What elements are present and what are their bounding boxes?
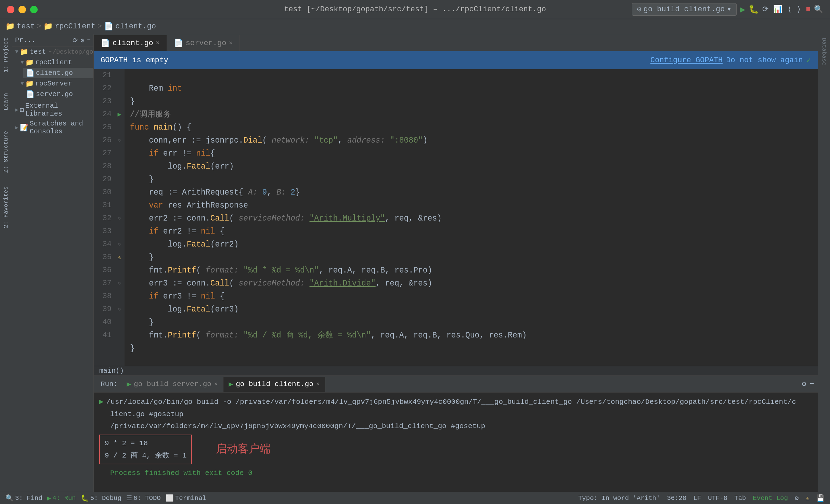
tab-close-clientgo[interactable]: × [156, 40, 160, 47]
tree-label-rpcclient: rpcClient [35, 58, 72, 66]
maximize-button[interactable] [30, 6, 38, 13]
run-tab-client-label: go build client.go [236, 380, 313, 388]
run-arrow-icon[interactable]: ▶ [118, 110, 121, 119]
debug-panel-button[interactable]: 🐛 5: Debug [81, 494, 121, 502]
tree-item-rpcserver[interactable]: 📁 rpcServer [18, 78, 93, 89]
project-panel: Pr... ⟳ ⚙ − 📁 test ~/Desktop/gopath... 📁… [12, 34, 94, 492]
run-tab-client[interactable]: ▶ go build client.go × [223, 377, 325, 392]
todo-panel-button[interactable]: ☰ 6: TODO [126, 494, 161, 502]
tab-clientgo[interactable]: 📄 client.go × [94, 35, 167, 51]
terminal-icon: ⬜ [166, 494, 174, 502]
main-layout: 1: Project Learn Z: Structure 2: Favorit… [0, 34, 830, 492]
breakpoint-26[interactable]: ○ [118, 136, 121, 145]
gutter-31 [114, 199, 125, 212]
line-25: conn,err := jsonrpc.Dial( network: "tcp"… [130, 136, 428, 145]
run-config-button[interactable]: ⚙ go build client.go ▾ [632, 3, 737, 16]
run-result-multiply: 9 * 2 = 18 [105, 437, 186, 450]
run-tab-server[interactable]: ▶ go build server.go × [121, 377, 223, 392]
chevron-down-icon: ▾ [727, 5, 731, 14]
minimize-button[interactable] [18, 6, 26, 13]
step-forward-icon[interactable]: ⟩ [797, 5, 801, 14]
line-39: } [130, 318, 154, 327]
breakpoint-32[interactable]: ○ [118, 214, 121, 223]
warning-status-icon[interactable]: ⚠ [806, 494, 809, 502]
line-28: } [130, 175, 154, 184]
window-controls [7, 6, 38, 13]
code-content[interactable]: Rem int } //调用服务 func main() { conn,err … [125, 69, 818, 366]
debug-label: 5: Debug [90, 494, 121, 502]
run-panel-button[interactable]: ▶ 4: Run [47, 494, 76, 502]
run-tab-server-icon: ▶ [127, 380, 131, 388]
close-button[interactable] [7, 6, 14, 13]
tree-item-servergo[interactable]: 📄 server.go [23, 89, 93, 100]
tree-item-scratches[interactable]: 📝 Scratches and Consoles [12, 119, 93, 136]
profile-icon[interactable]: 📊 [773, 5, 782, 14]
typo-status: Typo: In word 'Arith' [578, 494, 660, 502]
line-27: log.Fatal(err) [130, 162, 234, 171]
notification-check-icon: ✓ [806, 56, 811, 65]
breakpoint-37[interactable]: ○ [118, 279, 121, 288]
tree-item-extlibs[interactable]: ⊞ External Libraries [12, 101, 93, 119]
indent-status[interactable]: Tab [734, 494, 746, 502]
cursor-coords[interactable]: 36:28 [667, 494, 686, 502]
right-sidebar: Database [818, 34, 830, 492]
folder-icon-rpcclient: 📁 [25, 58, 34, 67]
line-36: err3 := conn.Call( serviceMethod: "Arith… [130, 279, 432, 288]
project-header: Pr... ⟳ ⚙ − [12, 34, 93, 47]
gutter-39: ○ [114, 303, 125, 316]
breadcrumb-rpcclient[interactable]: rpcClient [55, 22, 95, 31]
line-ending-status[interactable]: LF [693, 494, 701, 502]
warning-icon-35[interactable]: ⚠ [118, 253, 121, 262]
do-not-show-again-button[interactable]: Do not show again [726, 56, 803, 65]
line-33: log.Fatal(err2) [130, 240, 238, 249]
run-button[interactable]: ▶ [740, 4, 745, 15]
run-annotation: 启动客户端 [216, 440, 271, 459]
search-icon[interactable]: 🔍 [814, 5, 823, 14]
run-tab-client-close[interactable]: × [316, 381, 320, 387]
database-label[interactable]: Database [821, 38, 827, 66]
sync-icon[interactable]: ⟳ [73, 37, 78, 44]
breakpoint-34[interactable]: ○ [118, 240, 121, 249]
line-24: func main() { [130, 123, 191, 132]
event-log-button[interactable]: Event Log [753, 494, 788, 502]
breakpoint-39[interactable]: ○ [118, 305, 121, 314]
window-title: test [~/Desktop/gopath/src/test] – .../r… [284, 5, 546, 14]
coverage-icon[interactable]: ⟳ [762, 5, 768, 14]
run-settings-icon[interactable]: ⚙ [802, 380, 806, 389]
tree-item-clientgo[interactable]: 📄 client.go [23, 68, 93, 78]
step-back-icon[interactable]: ⟨ [787, 5, 792, 14]
tree-item-rpcclient[interactable]: 📁 rpcClient [18, 57, 93, 68]
tab-file-icon-clientgo: 📄 [101, 39, 110, 48]
stop-button[interactable]: ■ [806, 5, 810, 14]
tree-item-test[interactable]: 📁 test ~/Desktop/gopath... [12, 47, 93, 57]
collapse-icon[interactable]: − [87, 37, 91, 44]
breadcrumb-test[interactable]: test [17, 22, 35, 31]
learn-icon[interactable]: Learn [3, 93, 9, 110]
project-header-icons: ⟳ ⚙ − [73, 37, 91, 44]
find-panel-button[interactable]: 🔍 3: Find [5, 494, 42, 502]
settings-icon[interactable]: ⚙ [80, 37, 84, 44]
file-icon-servergo: 📄 [26, 90, 35, 98]
debug-button[interactable]: 🐛 [749, 4, 759, 14]
favorites-icon[interactable]: 2: Favorites [3, 186, 9, 228]
gutter-41 [114, 329, 125, 342]
tab-servergo[interactable]: 📄 server.go × [167, 35, 240, 51]
scratches-icon: 📝 [20, 123, 28, 132]
terminal-panel-button[interactable]: ⬜ Terminal [166, 494, 206, 502]
encoding-status[interactable]: UTF-8 [708, 494, 727, 502]
run-minimize-icon[interactable]: − [810, 380, 814, 388]
line-23: //调用服务 [130, 110, 171, 119]
structure-icon[interactable]: Z: Structure [3, 131, 9, 173]
project-icon[interactable]: 1: Project [3, 38, 9, 72]
tab-close-servergo[interactable]: × [229, 40, 233, 47]
line-40: fmt.Printf( format: "%d / %d 商 %d, 余数 = … [130, 331, 527, 340]
breadcrumb-clientgo[interactable]: client.go [115, 22, 156, 31]
settings-status-icon[interactable]: ⚙ [795, 494, 799, 502]
code-editor[interactable]: 21 22 23 24 25 26 27 28 29 30 31 32 33 3… [94, 69, 818, 366]
configure-gopath-button[interactable]: Configure GOPATH [650, 56, 723, 65]
memory-icon[interactable]: 💾 [816, 494, 825, 502]
ext-lib-icon: ⊞ [20, 106, 24, 114]
line-29: req := ArithRequest{ A: 9, B: 2} [130, 188, 300, 197]
run-tab-server-close[interactable]: × [214, 381, 218, 387]
gutter-36 [114, 264, 125, 277]
